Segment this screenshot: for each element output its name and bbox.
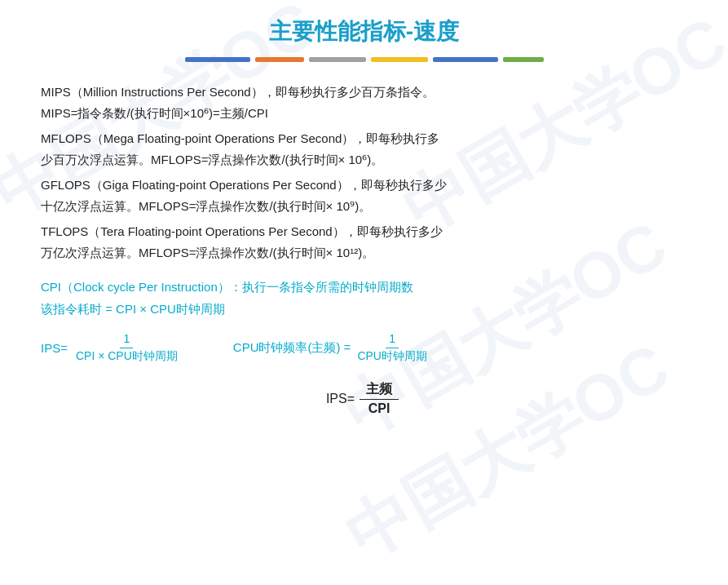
cpu-label: CPU时钟频率(主频) = xyxy=(233,340,351,356)
ips-label: IPS= xyxy=(41,341,68,355)
bar-green xyxy=(503,57,544,62)
para-mflops: MFLOPS（Mega Floating-point Operations Pe… xyxy=(41,128,687,170)
page-title: 主要性能指标-速度 xyxy=(41,16,687,47)
para-tflops: TFLOPS（Tera Floating-point Operations Pe… xyxy=(41,221,687,263)
bar-blue1 xyxy=(185,57,250,62)
main-content: MIPS（Million Instructions Per Second），即每… xyxy=(41,82,687,418)
ips-formula: IPS= 1 CPI × CPU时钟周期 xyxy=(41,331,184,364)
cpi-line1: CPI（Clock cycle Per Instruction）：执行一条指令所… xyxy=(41,276,687,298)
bar-yellow xyxy=(371,57,428,62)
cpu-numerator: 1 xyxy=(386,331,399,348)
bottom-ips-label: IPS= xyxy=(326,392,355,406)
cpi-line2: 该指令耗时 = CPI × CPU时钟周期 xyxy=(41,298,687,320)
formula-section: IPS= 1 CPI × CPU时钟周期 CPU时钟频率(主频) = 1 CPU… xyxy=(41,331,687,364)
page-container: 中国大学OC 中国大学OC 中国大学OC 中国大学OC 主要性能指标-速度 MI… xyxy=(0,0,728,585)
bar-orange xyxy=(255,57,304,62)
bottom-formula: IPS= 主频 CPI xyxy=(41,380,687,418)
color-bar xyxy=(41,57,687,62)
cpu-formula: CPU时钟频率(主频) = 1 CPU时钟周期 xyxy=(233,331,434,364)
ips-denominator: CPI × CPU时钟周期 xyxy=(73,348,181,365)
bar-gray xyxy=(309,57,366,62)
ips-numerator: 1 xyxy=(120,331,133,348)
bar-blue2 xyxy=(433,57,498,62)
bottom-denominator: CPI xyxy=(362,400,397,418)
cpi-section: CPI（Clock cycle Per Instruction）：执行一条指令所… xyxy=(41,276,687,320)
bottom-fraction: 主频 CPI xyxy=(360,380,399,418)
para-mips: MIPS（Million Instructions Per Second），即每… xyxy=(41,82,687,123)
ips-fraction: 1 CPI × CPU时钟周期 xyxy=(73,331,181,364)
cpu-fraction: 1 CPU时钟周期 xyxy=(354,331,430,364)
bottom-numerator: 主频 xyxy=(360,380,399,399)
para-gflops: GFLOPS（Giga Floating-point Operations Pe… xyxy=(41,175,687,216)
cpu-denominator: CPU时钟周期 xyxy=(354,348,430,365)
